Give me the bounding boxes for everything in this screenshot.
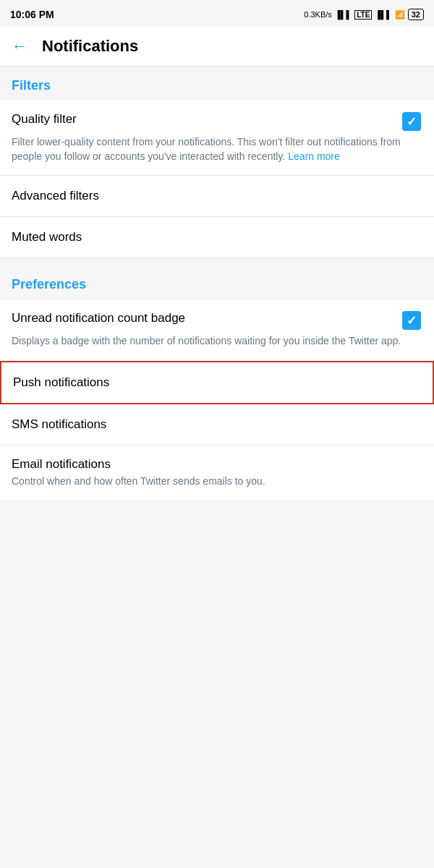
- learn-more-link[interactable]: Learn more: [288, 150, 340, 162]
- battery-indicator: 32: [408, 9, 424, 20]
- advanced-filters-title: Advanced filters: [12, 189, 99, 203]
- section-gap-1: [0, 258, 434, 265]
- quality-filter-title: Quality filter: [12, 112, 393, 127]
- app-header: ← Notifications: [0, 26, 434, 67]
- push-notifications-title: Push notifications: [13, 375, 109, 389]
- preferences-section-header: Preferences: [0, 265, 434, 299]
- preferences-list: Unread notification count badge ✓ Displa…: [0, 299, 434, 500]
- muted-words-title: Muted words: [12, 230, 82, 244]
- checkmark-icon: ✓: [407, 116, 417, 128]
- push-notifications-item[interactable]: Push notifications: [0, 361, 434, 404]
- email-notifications-subtitle: Control when and how often Twitter sends…: [12, 475, 422, 489]
- quality-filter-item[interactable]: Quality filter ✓ Filter lower-quality co…: [0, 101, 434, 176]
- signal-icon-2: ▐▌▌: [375, 10, 391, 19]
- lte-icon: LTE: [354, 10, 372, 20]
- wifi-icon: 📶: [395, 10, 405, 20]
- preferences-title: Preferences: [12, 277, 86, 292]
- quality-filter-checkbox[interactable]: ✓: [402, 112, 422, 132]
- status-icons: 0.3KB/s ▐▌▌ LTE ▐▌▌ 📶 32: [304, 9, 424, 20]
- unread-badge-item[interactable]: Unread notification count badge ✓ Displa…: [0, 299, 434, 361]
- email-notifications-title: Email notifications: [12, 457, 422, 472]
- status-bar: 10:06 PM 0.3KB/s ▐▌▌ LTE ▐▌▌ 📶 32: [0, 0, 434, 26]
- sms-notifications-item[interactable]: SMS notifications: [0, 404, 434, 446]
- advanced-filters-item[interactable]: Advanced filters: [0, 176, 434, 217]
- filters-title: Filters: [12, 78, 51, 93]
- quality-filter-subtitle: Filter lower-quality content from your n…: [12, 135, 422, 163]
- signal-icon: ▐▌▌: [335, 10, 352, 19]
- checkmark-icon-2: ✓: [407, 315, 417, 327]
- unread-badge-title: Unread notification count badge: [12, 311, 393, 326]
- filters-section-header: Filters: [0, 67, 434, 101]
- unread-badge-checkbox[interactable]: ✓: [402, 311, 422, 331]
- muted-words-item[interactable]: Muted words: [0, 217, 434, 258]
- sms-notifications-title: SMS notifications: [12, 417, 106, 431]
- filters-list: Quality filter ✓ Filter lower-quality co…: [0, 101, 434, 258]
- status-time: 10:06 PM: [10, 9, 54, 20]
- unread-badge-subtitle: Displays a badge with the number of noti…: [12, 334, 422, 349]
- network-speed: 0.3KB/s: [304, 10, 332, 19]
- email-notifications-item[interactable]: Email notifications Control when and how…: [0, 446, 434, 501]
- page-title: Notifications: [42, 37, 138, 56]
- back-button[interactable]: ←: [12, 38, 27, 54]
